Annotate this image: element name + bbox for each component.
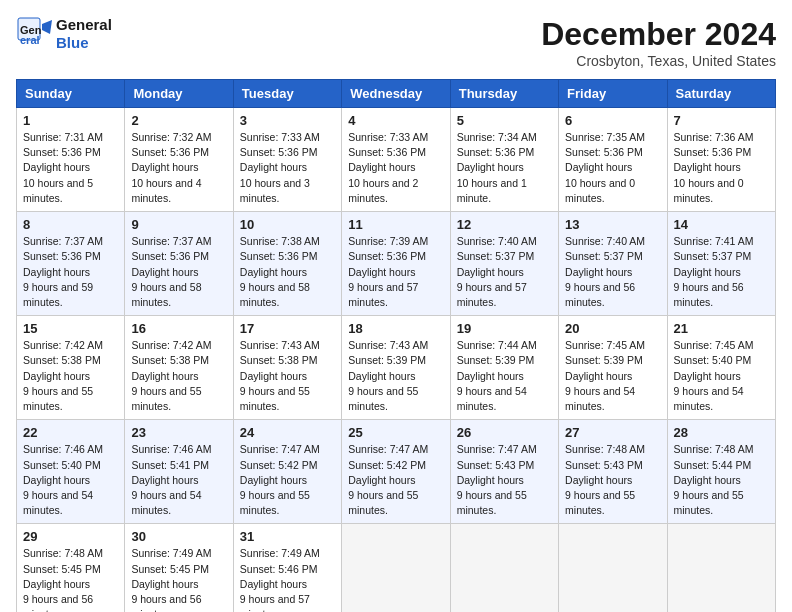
calendar-cell: 30Sunrise: 7:49 AMSunset: 5:45 PMDayligh… [125,524,233,612]
calendar-cell: 17Sunrise: 7:43 AMSunset: 5:38 PMDayligh… [233,316,341,420]
column-header-saturday: Saturday [667,80,775,108]
calendar-cell: 11Sunrise: 7:39 AMSunset: 5:36 PMDayligh… [342,212,450,316]
day-info: Sunrise: 7:45 AMSunset: 5:39 PMDaylight … [565,338,660,414]
day-info: Sunrise: 7:36 AMSunset: 5:36 PMDaylight … [674,130,769,206]
calendar-cell [667,524,775,612]
day-number: 30 [131,529,226,544]
calendar-cell: 16Sunrise: 7:42 AMSunset: 5:38 PMDayligh… [125,316,233,420]
day-number: 2 [131,113,226,128]
calendar-cell: 1Sunrise: 7:31 AMSunset: 5:36 PMDaylight… [17,108,125,212]
column-header-tuesday: Tuesday [233,80,341,108]
calendar-cell: 31Sunrise: 7:49 AMSunset: 5:46 PMDayligh… [233,524,341,612]
day-info: Sunrise: 7:48 AMSunset: 5:44 PMDaylight … [674,442,769,518]
day-number: 14 [674,217,769,232]
column-header-sunday: Sunday [17,80,125,108]
day-info: Sunrise: 7:38 AMSunset: 5:36 PMDaylight … [240,234,335,310]
day-info: Sunrise: 7:39 AMSunset: 5:36 PMDaylight … [348,234,443,310]
day-number: 13 [565,217,660,232]
logo-general: General [56,16,112,33]
day-number: 31 [240,529,335,544]
day-info: Sunrise: 7:34 AMSunset: 5:36 PMDaylight … [457,130,552,206]
calendar-week-row: 29Sunrise: 7:48 AMSunset: 5:45 PMDayligh… [17,524,776,612]
column-header-thursday: Thursday [450,80,558,108]
day-number: 17 [240,321,335,336]
calendar-cell: 9Sunrise: 7:37 AMSunset: 5:36 PMDaylight… [125,212,233,316]
calendar-header-row: SundayMondayTuesdayWednesdayThursdayFrid… [17,80,776,108]
calendar-week-row: 15Sunrise: 7:42 AMSunset: 5:38 PMDayligh… [17,316,776,420]
calendar-cell: 7Sunrise: 7:36 AMSunset: 5:36 PMDaylight… [667,108,775,212]
day-info: Sunrise: 7:43 AMSunset: 5:39 PMDaylight … [348,338,443,414]
calendar-cell: 18Sunrise: 7:43 AMSunset: 5:39 PMDayligh… [342,316,450,420]
calendar-table: SundayMondayTuesdayWednesdayThursdayFrid… [16,79,776,612]
calendar-cell: 19Sunrise: 7:44 AMSunset: 5:39 PMDayligh… [450,316,558,420]
day-number: 26 [457,425,552,440]
svg-marker-3 [42,20,52,34]
calendar-cell: 13Sunrise: 7:40 AMSunset: 5:37 PMDayligh… [559,212,667,316]
day-number: 9 [131,217,226,232]
calendar-cell: 6Sunrise: 7:35 AMSunset: 5:36 PMDaylight… [559,108,667,212]
page-header: Gen eral General Blue December 2024 Cros… [16,16,776,69]
calendar-week-row: 8Sunrise: 7:37 AMSunset: 5:36 PMDaylight… [17,212,776,316]
column-header-monday: Monday [125,80,233,108]
day-number: 21 [674,321,769,336]
calendar-cell: 27Sunrise: 7:48 AMSunset: 5:43 PMDayligh… [559,420,667,524]
calendar-cell: 4Sunrise: 7:33 AMSunset: 5:36 PMDaylight… [342,108,450,212]
calendar-cell: 10Sunrise: 7:38 AMSunset: 5:36 PMDayligh… [233,212,341,316]
calendar-week-row: 1Sunrise: 7:31 AMSunset: 5:36 PMDaylight… [17,108,776,212]
logo-blue: Blue [56,34,89,51]
calendar-cell: 25Sunrise: 7:47 AMSunset: 5:42 PMDayligh… [342,420,450,524]
calendar-cell [450,524,558,612]
day-info: Sunrise: 7:48 AMSunset: 5:43 PMDaylight … [565,442,660,518]
day-info: Sunrise: 7:42 AMSunset: 5:38 PMDaylight … [131,338,226,414]
day-info: Sunrise: 7:46 AMSunset: 5:40 PMDaylight … [23,442,118,518]
day-number: 27 [565,425,660,440]
day-info: Sunrise: 7:47 AMSunset: 5:43 PMDaylight … [457,442,552,518]
day-info: Sunrise: 7:35 AMSunset: 5:36 PMDaylight … [565,130,660,206]
day-info: Sunrise: 7:31 AMSunset: 5:36 PMDaylight … [23,130,118,206]
calendar-cell [342,524,450,612]
day-number: 28 [674,425,769,440]
day-info: Sunrise: 7:37 AMSunset: 5:36 PMDaylight … [23,234,118,310]
column-header-friday: Friday [559,80,667,108]
calendar-cell: 14Sunrise: 7:41 AMSunset: 5:37 PMDayligh… [667,212,775,316]
day-number: 19 [457,321,552,336]
calendar-cell: 21Sunrise: 7:45 AMSunset: 5:40 PMDayligh… [667,316,775,420]
svg-text:eral: eral [20,34,40,46]
day-number: 7 [674,113,769,128]
day-number: 23 [131,425,226,440]
calendar-cell: 8Sunrise: 7:37 AMSunset: 5:36 PMDaylight… [17,212,125,316]
day-info: Sunrise: 7:33 AMSunset: 5:36 PMDaylight … [348,130,443,206]
day-number: 20 [565,321,660,336]
column-header-wednesday: Wednesday [342,80,450,108]
day-info: Sunrise: 7:47 AMSunset: 5:42 PMDaylight … [240,442,335,518]
day-info: Sunrise: 7:49 AMSunset: 5:46 PMDaylight … [240,546,335,612]
day-info: Sunrise: 7:45 AMSunset: 5:40 PMDaylight … [674,338,769,414]
day-number: 1 [23,113,118,128]
calendar-cell: 12Sunrise: 7:40 AMSunset: 5:37 PMDayligh… [450,212,558,316]
day-number: 3 [240,113,335,128]
calendar-cell: 2Sunrise: 7:32 AMSunset: 5:36 PMDaylight… [125,108,233,212]
calendar-cell: 20Sunrise: 7:45 AMSunset: 5:39 PMDayligh… [559,316,667,420]
calendar-cell: 15Sunrise: 7:42 AMSunset: 5:38 PMDayligh… [17,316,125,420]
day-number: 6 [565,113,660,128]
day-info: Sunrise: 7:46 AMSunset: 5:41 PMDaylight … [131,442,226,518]
calendar-cell: 24Sunrise: 7:47 AMSunset: 5:42 PMDayligh… [233,420,341,524]
day-info: Sunrise: 7:42 AMSunset: 5:38 PMDaylight … [23,338,118,414]
calendar-cell: 26Sunrise: 7:47 AMSunset: 5:43 PMDayligh… [450,420,558,524]
day-info: Sunrise: 7:41 AMSunset: 5:37 PMDaylight … [674,234,769,310]
day-info: Sunrise: 7:44 AMSunset: 5:39 PMDaylight … [457,338,552,414]
logo: Gen eral General Blue [16,16,112,52]
calendar-cell: 23Sunrise: 7:46 AMSunset: 5:41 PMDayligh… [125,420,233,524]
day-info: Sunrise: 7:40 AMSunset: 5:37 PMDaylight … [565,234,660,310]
day-number: 15 [23,321,118,336]
logo-icon: Gen eral [16,16,52,52]
calendar-cell: 3Sunrise: 7:33 AMSunset: 5:36 PMDaylight… [233,108,341,212]
calendar-cell: 28Sunrise: 7:48 AMSunset: 5:44 PMDayligh… [667,420,775,524]
day-number: 11 [348,217,443,232]
day-number: 4 [348,113,443,128]
location: Crosbyton, Texas, United States [541,53,776,69]
day-number: 12 [457,217,552,232]
day-info: Sunrise: 7:43 AMSunset: 5:38 PMDaylight … [240,338,335,414]
day-info: Sunrise: 7:49 AMSunset: 5:45 PMDaylight … [131,546,226,612]
day-info: Sunrise: 7:48 AMSunset: 5:45 PMDaylight … [23,546,118,612]
